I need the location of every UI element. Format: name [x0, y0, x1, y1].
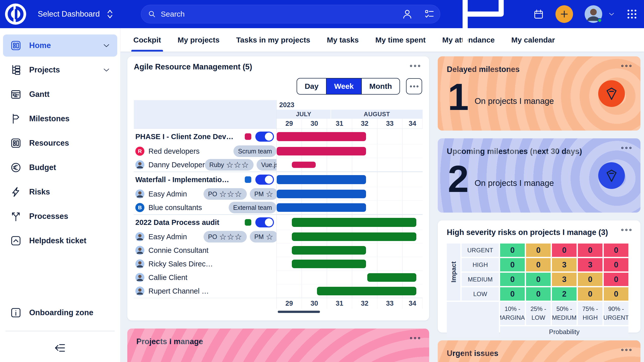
member-label: Red developers: [148, 147, 199, 155]
notifications-flag-icon[interactable]: 38: [446, 0, 522, 52]
zoom-option-week[interactable]: Week: [326, 78, 361, 94]
avatar: R: [135, 147, 144, 156]
gantt-group-row: PHASE I - Client Zone Develo…: [134, 129, 423, 144]
risk-matrix-cell[interactable]: 0: [500, 258, 525, 271]
risk-matrix-cell[interactable]: 0: [500, 287, 525, 301]
app-grid-icon[interactable]: [626, 9, 637, 20]
gantt-week-label: 34: [403, 298, 423, 309]
probability-level-label: 75% -HIGH: [578, 302, 602, 325]
risks-card-menu-button[interactable]: [620, 228, 632, 232]
gantt-week-label: 29: [277, 298, 302, 309]
risk-matrix-cell[interactable]: 2: [552, 287, 577, 301]
tab-cockpit[interactable]: Cockpit: [133, 28, 161, 52]
sidebar-item-helpdesk-ticket[interactable]: Helpdesk ticket: [3, 230, 117, 252]
app-logo[interactable]: [5, 4, 26, 25]
sidebar-collapse-icon[interactable]: [54, 342, 67, 354]
risk-matrix-cell[interactable]: 0: [604, 273, 628, 286]
sidebar-item-processes[interactable]: Processes: [3, 205, 117, 227]
dashboard-selector[interactable]: Select Dashboard: [38, 0, 113, 28]
risk-matrix-cell[interactable]: 0: [578, 244, 602, 257]
calendar-icon[interactable]: [533, 9, 544, 19]
search-bar[interactable]: [141, 5, 440, 23]
sidebar-item-projects[interactable]: Projects: [3, 59, 117, 81]
gantt-bar[interactable]: [292, 232, 416, 241]
risk-matrix-cell[interactable]: 0: [526, 258, 551, 271]
impact-level-label: HIGH: [462, 258, 499, 271]
avatar: [135, 232, 144, 241]
gantt-bar[interactable]: [277, 132, 366, 141]
gantt-bar[interactable]: [277, 190, 366, 198]
tab-my-time-spent[interactable]: My time spent: [375, 28, 426, 52]
gantt-bar[interactable]: [292, 246, 366, 255]
tab-tasks-in-my-projects[interactable]: Tasks in my projects: [236, 28, 310, 52]
risks-card-title: High severity risks on projects I manage…: [447, 228, 631, 237]
gantt-horizontal-scrollbar[interactable]: [278, 311, 320, 313]
gantt-bar[interactable]: [367, 273, 416, 282]
gantt-row-timeline: [277, 172, 423, 187]
risk-matrix-cell[interactable]: 0: [604, 244, 628, 257]
risk-matrix: ImpactURGENT00000HIGH00330MEDIUM00300LOW…: [447, 244, 631, 337]
milestone-icon-button[interactable]: [598, 80, 625, 107]
group-visibility-toggle[interactable]: [255, 132, 274, 142]
agile-card-menu-button[interactable]: [409, 64, 421, 68]
urgent-card-menu-button[interactable]: [620, 348, 632, 352]
sidebar-divider: [6, 331, 115, 331]
gantt-bar[interactable]: [277, 147, 366, 155]
group-label: PHASE I - Client Zone Develo…: [135, 133, 233, 141]
risk-matrix-cell[interactable]: 3: [552, 273, 577, 286]
risk-matrix-cell[interactable]: 0: [578, 273, 602, 286]
gantt-member-row: Danny DeveloperRuby☆☆☆Vue.js☆: [134, 158, 423, 172]
zoom-option-month[interactable]: Month: [361, 78, 399, 94]
risk-matrix-cell[interactable]: 0: [526, 273, 551, 286]
sidebar-item-label: Budget: [29, 163, 56, 172]
gantt-bar[interactable]: [317, 287, 416, 295]
tasks-checklist-icon[interactable]: [424, 9, 435, 19]
gantt-bar[interactable]: [292, 218, 416, 227]
gantt-week-label: 33: [377, 298, 403, 309]
upcoming-card-menu-button[interactable]: [620, 146, 632, 150]
projects-card-menu-button[interactable]: [409, 336, 421, 340]
risk-matrix-cell[interactable]: 0: [500, 244, 525, 257]
risk-matrix-cell[interactable]: 0: [500, 273, 525, 286]
risk-matrix-cell[interactable]: 3: [552, 258, 577, 271]
avatar: B: [135, 203, 144, 212]
sidebar-item-budget[interactable]: Budget: [3, 156, 117, 179]
risk-matrix-cell[interactable]: 0: [526, 244, 551, 257]
sidebar-item-resources[interactable]: Resources: [3, 132, 117, 154]
risk-matrix-cell[interactable]: 0: [578, 287, 602, 301]
risk-matrix-cell[interactable]: 0: [526, 287, 551, 301]
delayed-card-menu-button[interactable]: [620, 64, 632, 68]
avatar: [135, 246, 144, 255]
sidebar: HomeProjectsGanttMilestonesResourcesBudg…: [0, 28, 120, 362]
sidebar-item-risks[interactable]: Risks: [3, 181, 117, 203]
risk-matrix-cell[interactable]: 0: [604, 287, 628, 301]
sidebar-item-home[interactable]: Home: [3, 34, 117, 57]
risk-matrix-cell[interactable]: 0: [604, 258, 628, 271]
group-visibility-toggle[interactable]: [255, 217, 274, 227]
user-avatar[interactable]: [585, 5, 602, 23]
profile-chevron-down-icon[interactable]: [608, 11, 615, 17]
user-icon[interactable]: [402, 9, 413, 19]
tab-my-projects[interactable]: My projects: [178, 28, 220, 52]
gantt-month-label: AUGUST: [331, 110, 423, 119]
search-input[interactable]: [161, 10, 433, 18]
probability-level-label: 90% -URGENT: [604, 302, 628, 325]
risk-matrix-cell[interactable]: 3: [578, 258, 602, 271]
gantt-bar[interactable]: [292, 162, 316, 168]
tab-my-tasks[interactable]: My tasks: [327, 28, 359, 52]
gantt-row-timeline: [277, 158, 423, 172]
quick-add-button[interactable]: [555, 5, 573, 23]
gantt-bar[interactable]: [277, 203, 366, 212]
gantt-bar[interactable]: [277, 175, 366, 184]
sidebar-item-milestones[interactable]: Milestones: [3, 108, 117, 130]
milestone-icon-button[interactable]: [598, 162, 625, 189]
risk-matrix-cell[interactable]: 0: [552, 244, 577, 257]
gantt-bar[interactable]: [292, 260, 366, 268]
zoom-option-day[interactable]: Day: [297, 78, 326, 94]
sidebar-item-onboarding-zone[interactable]: Onboarding zone: [3, 302, 117, 324]
group-visibility-toggle[interactable]: [255, 175, 274, 185]
gantt-row-timeline: [277, 257, 423, 271]
sidebar-item-gantt[interactable]: Gantt: [3, 83, 117, 105]
impact-level-label: MEDIUM: [462, 273, 499, 286]
gantt-more-button[interactable]: [406, 78, 422, 94]
